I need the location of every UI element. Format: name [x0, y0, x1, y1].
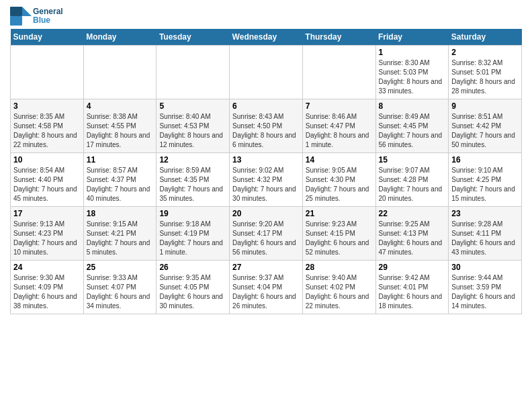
- day-info: Sunrise: 8:49 AMSunset: 4:45 PMDaylight:…: [379, 112, 446, 150]
- svg-rect-1: [10, 16, 22, 26]
- calendar-cell: 10Sunrise: 8:54 AMSunset: 4:40 PMDayligh…: [11, 153, 84, 207]
- calendar-cell: 25Sunrise: 9:33 AMSunset: 4:07 PMDayligh…: [83, 261, 157, 314]
- calendar-cell: [157, 46, 230, 99]
- day-number: 10: [13, 155, 81, 165]
- day-info: Sunrise: 8:54 AMSunset: 4:40 PMDaylight:…: [13, 166, 81, 203]
- calendar-cell: 9Sunrise: 8:51 AMSunset: 4:42 PMDaylight…: [449, 99, 522, 153]
- day-number: 30: [451, 263, 519, 272]
- calendar-cell: 8Sunrise: 8:49 AMSunset: 4:45 PMDaylight…: [375, 99, 449, 153]
- calendar-cell: 11Sunrise: 8:57 AMSunset: 4:37 PMDayligh…: [83, 153, 157, 207]
- calendar-cell: [230, 46, 303, 99]
- day-info: Sunrise: 9:42 AMSunset: 4:01 PMDaylight:…: [379, 273, 446, 311]
- calendar-cell: 12Sunrise: 8:59 AMSunset: 4:35 PMDayligh…: [157, 153, 230, 207]
- logo: General Blue: [10, 7, 63, 26]
- day-info: Sunrise: 8:38 AMSunset: 4:55 PMDaylight:…: [87, 112, 154, 150]
- calendar-cell: [11, 46, 84, 99]
- day-info: Sunrise: 9:23 AMSunset: 4:15 PMDaylight:…: [306, 220, 373, 257]
- day-number: 13: [232, 155, 300, 165]
- day-number: 21: [306, 209, 373, 218]
- day-number: 23: [451, 209, 519, 218]
- day-number: 14: [306, 155, 373, 165]
- calendar-cell: 1Sunrise: 8:30 AMSunset: 5:03 PMDaylight…: [375, 46, 449, 99]
- calendar-week-row: 24Sunrise: 9:30 AMSunset: 4:09 PMDayligh…: [11, 261, 522, 314]
- day-info: Sunrise: 9:28 AMSunset: 4:11 PMDaylight:…: [451, 220, 519, 257]
- calendar-cell: 21Sunrise: 9:23 AMSunset: 4:15 PMDayligh…: [302, 207, 375, 261]
- day-info: Sunrise: 8:40 AMSunset: 4:53 PMDaylight:…: [159, 112, 226, 150]
- day-info: Sunrise: 8:51 AMSunset: 4:42 PMDaylight:…: [451, 112, 519, 150]
- day-number: 28: [306, 263, 373, 272]
- calendar-table: SundayMondayTuesdayWednesdayThursdayFrid…: [10, 29, 522, 314]
- calendar-week-row: 3Sunrise: 8:35 AMSunset: 4:58 PMDaylight…: [11, 99, 522, 153]
- weekday-header-sunday: Sunday: [11, 29, 84, 46]
- day-info: Sunrise: 9:18 AMSunset: 4:19 PMDaylight:…: [159, 220, 226, 257]
- day-info: Sunrise: 9:07 AMSunset: 4:28 PMDaylight:…: [379, 166, 446, 203]
- day-info: Sunrise: 8:59 AMSunset: 4:35 PMDaylight:…: [159, 166, 226, 203]
- calendar-cell: 29Sunrise: 9:42 AMSunset: 4:01 PMDayligh…: [375, 261, 449, 314]
- day-number: 8: [379, 101, 446, 111]
- calendar-week-row: 17Sunrise: 9:13 AMSunset: 4:23 PMDayligh…: [11, 207, 522, 261]
- calendar-cell: 17Sunrise: 9:13 AMSunset: 4:23 PMDayligh…: [11, 207, 84, 261]
- day-info: Sunrise: 9:15 AMSunset: 4:21 PMDaylight:…: [87, 220, 154, 257]
- day-info: Sunrise: 9:20 AMSunset: 4:17 PMDaylight:…: [232, 220, 300, 257]
- calendar-week-row: 1Sunrise: 8:30 AMSunset: 5:03 PMDaylight…: [11, 46, 522, 99]
- day-info: Sunrise: 9:10 AMSunset: 4:25 PMDaylight:…: [451, 166, 519, 203]
- calendar-cell: 2Sunrise: 8:32 AMSunset: 5:01 PMDaylight…: [449, 46, 522, 99]
- weekday-header-tuesday: Tuesday: [157, 29, 230, 46]
- calendar-cell: 22Sunrise: 9:25 AMSunset: 4:13 PMDayligh…: [375, 207, 449, 261]
- day-number: 19: [159, 209, 226, 218]
- day-number: 7: [306, 101, 373, 111]
- day-info: Sunrise: 9:25 AMSunset: 4:13 PMDaylight:…: [379, 220, 446, 257]
- weekday-header-friday: Friday: [375, 29, 449, 46]
- calendar-cell: [83, 46, 157, 99]
- calendar-cell: 26Sunrise: 9:35 AMSunset: 4:05 PMDayligh…: [157, 261, 230, 314]
- day-info: Sunrise: 9:30 AMSunset: 4:09 PMDaylight:…: [13, 273, 81, 311]
- day-info: Sunrise: 8:46 AMSunset: 4:47 PMDaylight:…: [306, 112, 373, 150]
- day-number: 29: [379, 263, 446, 272]
- day-info: Sunrise: 9:35 AMSunset: 4:05 PMDaylight:…: [159, 273, 226, 311]
- day-info: Sunrise: 8:57 AMSunset: 4:37 PMDaylight:…: [87, 166, 154, 203]
- day-info: Sunrise: 9:40 AMSunset: 4:02 PMDaylight:…: [306, 273, 373, 311]
- calendar-week-row: 10Sunrise: 8:54 AMSunset: 4:40 PMDayligh…: [11, 153, 522, 207]
- calendar-cell: 18Sunrise: 9:15 AMSunset: 4:21 PMDayligh…: [83, 207, 157, 261]
- calendar-cell: 15Sunrise: 9:07 AMSunset: 4:28 PMDayligh…: [375, 153, 449, 207]
- day-number: 5: [159, 101, 226, 111]
- calendar-cell: 5Sunrise: 8:40 AMSunset: 4:53 PMDaylight…: [157, 99, 230, 153]
- calendar-cell: 4Sunrise: 8:38 AMSunset: 4:55 PMDaylight…: [83, 99, 157, 153]
- day-number: 1: [379, 48, 446, 57]
- day-info: Sunrise: 9:44 AMSunset: 3:59 PMDaylight:…: [451, 273, 519, 311]
- calendar-cell: 13Sunrise: 9:02 AMSunset: 4:32 PMDayligh…: [230, 153, 303, 207]
- day-info: Sunrise: 8:35 AMSunset: 4:58 PMDaylight:…: [13, 112, 81, 150]
- calendar-header-row: SundayMondayTuesdayWednesdayThursdayFrid…: [11, 29, 522, 46]
- day-number: 18: [87, 209, 154, 218]
- svg-rect-0: [10, 7, 22, 16]
- day-info: Sunrise: 9:33 AMSunset: 4:07 PMDaylight:…: [87, 273, 154, 311]
- day-info: Sunrise: 9:37 AMSunset: 4:04 PMDaylight:…: [232, 273, 300, 311]
- calendar-cell: 14Sunrise: 9:05 AMSunset: 4:30 PMDayligh…: [302, 153, 375, 207]
- day-number: 3: [13, 101, 81, 111]
- day-info: Sunrise: 9:02 AMSunset: 4:32 PMDaylight:…: [232, 166, 300, 203]
- day-info: Sunrise: 9:13 AMSunset: 4:23 PMDaylight:…: [13, 220, 81, 257]
- day-info: Sunrise: 8:30 AMSunset: 5:03 PMDaylight:…: [379, 58, 446, 96]
- calendar-cell: 28Sunrise: 9:40 AMSunset: 4:02 PMDayligh…: [302, 261, 375, 314]
- day-number: 22: [379, 209, 446, 218]
- calendar-cell: 3Sunrise: 8:35 AMSunset: 4:58 PMDaylight…: [11, 99, 84, 153]
- day-number: 9: [451, 101, 519, 111]
- day-number: 15: [379, 155, 446, 165]
- calendar-cell: 30Sunrise: 9:44 AMSunset: 3:59 PMDayligh…: [449, 261, 522, 314]
- day-info: Sunrise: 8:32 AMSunset: 5:01 PMDaylight:…: [451, 58, 519, 96]
- day-number: 4: [87, 101, 154, 111]
- day-number: 12: [159, 155, 226, 165]
- day-number: 25: [87, 263, 154, 272]
- day-number: 26: [159, 263, 226, 272]
- calendar-cell: 24Sunrise: 9:30 AMSunset: 4:09 PMDayligh…: [11, 261, 84, 314]
- calendar-cell: 27Sunrise: 9:37 AMSunset: 4:04 PMDayligh…: [230, 261, 303, 314]
- day-number: 17: [13, 209, 81, 218]
- svg-marker-2: [22, 7, 32, 16]
- day-number: 27: [232, 263, 300, 272]
- calendar-cell: 20Sunrise: 9:20 AMSunset: 4:17 PMDayligh…: [230, 207, 303, 261]
- day-number: 16: [451, 155, 519, 165]
- calendar-cell: [302, 46, 375, 99]
- weekday-header-saturday: Saturday: [449, 29, 522, 46]
- calendar-cell: 19Sunrise: 9:18 AMSunset: 4:19 PMDayligh…: [157, 207, 230, 261]
- day-info: Sunrise: 9:05 AMSunset: 4:30 PMDaylight:…: [306, 166, 373, 203]
